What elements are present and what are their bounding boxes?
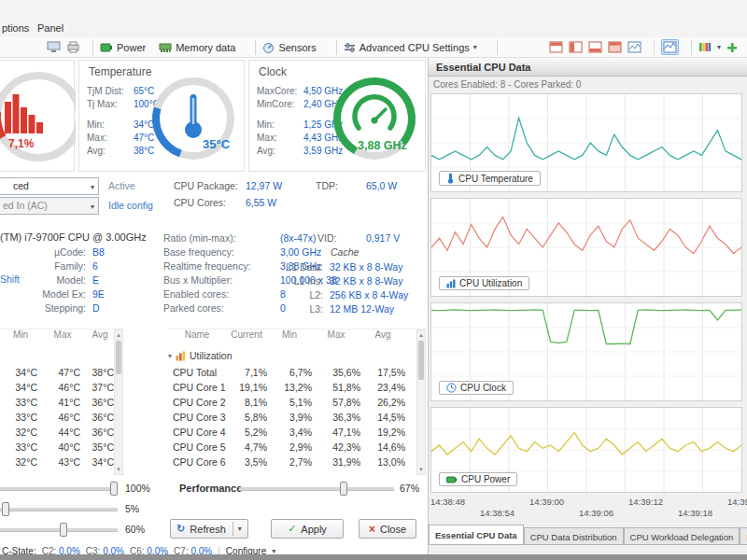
apply-button[interactable]: ✓ Apply bbox=[271, 519, 344, 539]
scroll-up-icon[interactable]: ▲ bbox=[417, 330, 425, 340]
col-header-name[interactable]: Name bbox=[168, 329, 226, 344]
panel-toggle-left-icon[interactable] bbox=[569, 41, 583, 53]
toolbar-separator bbox=[654, 40, 655, 55]
scroll-up-icon[interactable]: ▲ bbox=[115, 330, 122, 340]
slider-thumb-2[interactable] bbox=[2, 502, 9, 516]
temp-table-row[interactable]: 34°C46°C37°C bbox=[0, 380, 114, 395]
chevron-down-icon[interactable]: ▾ bbox=[238, 525, 242, 533]
util-table-row[interactable]: CPU Total7,1%6,7%35,6%17,5% bbox=[168, 365, 405, 380]
temp-table-row[interactable]: 32°C44°C36°C bbox=[0, 425, 114, 440]
close-button[interactable]: × Close bbox=[359, 519, 416, 539]
chevron-down-icon: ▾ bbox=[91, 179, 94, 195]
advanced-cpu-settings-button[interactable]: Advanced CPU Settings ▾ bbox=[344, 42, 477, 53]
configure-menu[interactable]: Configure bbox=[226, 546, 266, 555]
temperature-gauge-box: Temperature TjM Dist:65°CTj Max:100°CMin… bbox=[78, 60, 245, 172]
cpu-power-chart-button[interactable]: CPU Power bbox=[439, 472, 517, 486]
utilization-group-row[interactable]: ▾ Utilization bbox=[168, 348, 411, 363]
advanced-cpu-settings-label: Advanced CPU Settings bbox=[359, 42, 470, 53]
util-table-body: CPU Total7,1%6,7%35,6%17,5%CPU Core 119,… bbox=[168, 365, 405, 469]
cpu-temperature-chart-button[interactable]: CPU Temperature bbox=[439, 171, 541, 186]
util-table-row[interactable]: CPU Core 35,8%3,9%36,3%14,5% bbox=[168, 410, 405, 425]
tdp-value: 65,0 W bbox=[366, 180, 397, 191]
col-header-max[interactable]: Max bbox=[312, 329, 360, 344]
memory-data-button[interactable]: Memory data bbox=[159, 42, 235, 53]
util-table-row[interactable]: CPU Core 28,1%5,1%57,8%26,2% bbox=[168, 395, 405, 410]
slider-thumb-1[interactable] bbox=[110, 482, 118, 496]
cpu-temperature-chart: CPU Temperature bbox=[430, 93, 742, 192]
vid-label: VID: bbox=[317, 232, 336, 244]
tab-memory[interactable]: Memory bbox=[740, 527, 747, 545]
time-label: 14:39:24 bbox=[727, 497, 747, 507]
status-separator: | bbox=[218, 546, 220, 555]
menu-panel[interactable]: Panel bbox=[37, 22, 63, 34]
palette-icon[interactable] bbox=[698, 41, 712, 53]
kv-row: Family:6 bbox=[34, 259, 105, 273]
panel-toggle-full-icon[interactable] bbox=[608, 41, 622, 53]
temp-table-scrollbar[interactable]: ▲ ▼ bbox=[114, 329, 123, 475]
utilization-table: Name Current Min Max Avg ▾ Utilization C… bbox=[168, 329, 426, 475]
power-plan-select[interactable]: ed In (AC) ▾ bbox=[0, 197, 99, 215]
add-icon[interactable] bbox=[726, 42, 738, 53]
panel-toggle-bottom-icon[interactable] bbox=[588, 41, 602, 53]
speed-shift-link[interactable]: Shift bbox=[0, 273, 20, 285]
slider-value-3: 60% bbox=[125, 524, 145, 535]
util-table-scrollbar[interactable]: ▲ ▼ bbox=[416, 329, 426, 475]
refresh-button[interactable]: ↻ Refresh ▾ bbox=[170, 519, 248, 539]
temp-table-row[interactable]: 33°C46°C36°C bbox=[0, 410, 114, 425]
chevron-down-icon[interactable]: ▾ bbox=[717, 43, 721, 51]
kv-row: Model:E bbox=[34, 273, 105, 287]
temp-table-row[interactable]: 32°C43°C34°C bbox=[0, 455, 114, 469]
performance-slider-thumb[interactable] bbox=[340, 482, 347, 496]
col-header-avg[interactable]: Avg bbox=[360, 329, 405, 344]
scroll-down-icon[interactable]: ▼ bbox=[115, 465, 122, 474]
scrollbar-thumb[interactable] bbox=[418, 341, 424, 380]
c3-label: C3: bbox=[86, 546, 101, 555]
col-header-current[interactable]: Current bbox=[226, 329, 267, 344]
cpu-utilization-chart-button[interactable]: CPU Utilization bbox=[439, 276, 529, 290]
display-icon[interactable] bbox=[47, 41, 61, 53]
temp-table-row[interactable]: 33°C41°C36°C bbox=[0, 395, 114, 410]
memory-data-button-label: Memory data bbox=[176, 42, 235, 53]
scrollbar-thumb[interactable] bbox=[116, 341, 121, 374]
cache-info: L1 Data:32 KB x 8 8-WayL1 Ins:32 KB x 8 … bbox=[280, 260, 408, 316]
expander-icon[interactable]: ▾ bbox=[168, 352, 172, 360]
performance-slider-track[interactable] bbox=[239, 487, 394, 491]
slider-thumb-3[interactable] bbox=[60, 523, 67, 537]
idle-config-link[interactable]: Idle config bbox=[108, 200, 153, 211]
tab-essential-cpu-data[interactable]: Essential CPU Data bbox=[429, 525, 524, 545]
power-button[interactable]: Power bbox=[100, 42, 146, 53]
util-table-row[interactable]: CPU Core 45,2%3,4%47,1%19,2% bbox=[168, 425, 405, 440]
chevron-down-icon[interactable]: ▾ bbox=[272, 547, 275, 555]
col-header-min[interactable]: Min bbox=[267, 329, 312, 344]
util-table-row[interactable]: CPU Core 54,7%2,9%42,3%14,6% bbox=[168, 440, 405, 455]
panel-toggle-top-icon[interactable] bbox=[549, 41, 563, 53]
cpu-package-value: 12,97 W bbox=[246, 180, 282, 191]
c2-value: 0,0% bbox=[59, 546, 80, 555]
temp-table-row[interactable]: 33°C40°C35°C bbox=[0, 440, 114, 455]
cpu-clock-chart-button[interactable]: CPU Clock bbox=[439, 381, 514, 395]
printer-icon[interactable] bbox=[66, 41, 80, 53]
util-table-row[interactable]: CPU Core 63,5%2,7%31,9%13,0% bbox=[168, 455, 405, 469]
scheme-status: Active bbox=[108, 180, 135, 191]
col-header-avg[interactable]: Avg bbox=[84, 329, 116, 344]
power-button-label: Power bbox=[117, 42, 146, 53]
essential-data-toggle-icon[interactable] bbox=[661, 39, 679, 55]
menu-options[interactable]: ptions bbox=[2, 22, 29, 34]
temp-table-row[interactable]: 34°C47°C38°C bbox=[0, 365, 114, 380]
power-scheme-select[interactable]: ced ▾ bbox=[0, 177, 99, 195]
slider-track-1[interactable] bbox=[0, 487, 118, 491]
scroll-down-icon[interactable]: ▼ bbox=[417, 465, 425, 474]
kv-row: L3:12 MB 12-Way bbox=[280, 302, 408, 316]
chart-panel-icon[interactable] bbox=[627, 41, 641, 53]
window-bottom-edge bbox=[0, 554, 747, 560]
tab-cpu-workload-delegation[interactable]: CPU Workload Delegation bbox=[624, 527, 740, 545]
c6-value: 0,0% bbox=[147, 546, 168, 555]
col-header-min[interactable]: Min bbox=[0, 329, 41, 344]
sensors-button[interactable]: Sensors bbox=[262, 42, 316, 53]
slider-track-2[interactable] bbox=[0, 508, 118, 511]
tab-cpu-data-distribution[interactable]: CPU Data Distribution bbox=[524, 527, 624, 545]
col-header-max[interactable]: Max bbox=[41, 329, 84, 344]
slider-track-3[interactable] bbox=[0, 528, 118, 532]
util-table-row[interactable]: CPU Core 119,1%13,2%51,8%23,4% bbox=[168, 380, 405, 395]
close-icon: × bbox=[369, 523, 375, 536]
